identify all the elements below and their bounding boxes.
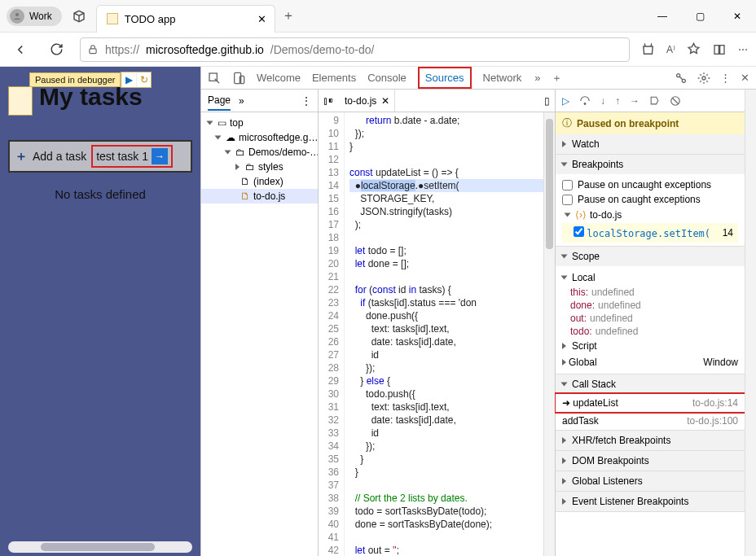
svg-rect-2 [714,45,719,54]
add-task-label: Add a task [33,150,86,163]
favorite-icon[interactable] [687,42,701,56]
resume-button[interactable]: ▷ [562,95,569,107]
minimize-button[interactable]: — [644,0,681,33]
pause-caught-checkbox[interactable]: Pause on caught exceptions [562,192,738,207]
code-area[interactable]: return b.date - a.date; });} const updat… [345,112,543,556]
deactivate-bp-icon[interactable] [649,95,660,106]
tab-welcome[interactable]: Welcome [257,72,301,84]
scope-var[interactable]: out: undefined [562,312,738,325]
editor-more-icon[interactable]: ▯ [544,95,550,107]
rendered-page: Paused in debugger ▶ ↻ My tasks ＋ Add a … [0,67,200,556]
url-input[interactable]: https://microsoftedge.github.io/Demos/de… [80,37,630,62]
more-tabs-icon[interactable]: » [534,72,540,84]
issues-icon[interactable] [675,72,688,85]
scope-var[interactable]: todo: undefined [562,325,738,338]
editor-file-tab[interactable]: to-do.js✕ [340,90,395,112]
back-button[interactable] [8,37,33,62]
submit-button[interactable]: → [152,148,168,164]
device-icon[interactable] [232,72,245,85]
shopping-icon[interactable] [641,42,655,56]
watch-section[interactable]: Watch [556,134,745,154]
scope-local[interactable]: Local [562,269,738,286]
settings-menu-icon[interactable]: ⋯ [738,44,748,55]
navigator-page-tab[interactable]: Page [208,94,231,111]
event-listener-bp-section[interactable]: Event Listener Breakpoints [556,492,745,511]
bp-file-row[interactable]: ⟨›⟩to-do.js [562,207,738,223]
resume-icon[interactable]: ▶ [121,72,136,87]
plus-icon: ＋ [15,148,28,165]
scope-var[interactable]: this: undefined [562,286,738,299]
global-listeners-section[interactable]: Global Listeners [556,471,745,491]
gear-icon[interactable] [697,72,710,85]
step-into-icon[interactable]: ↓ [600,95,605,107]
debugger-v-scrollbar[interactable] [745,90,756,556]
add-tab-icon[interactable]: ＋ [552,71,562,85]
line-gutter[interactable]: 9101112131415161718192021222324252627282… [319,112,345,556]
debugger-toolbar: ▷ ↓ ↑ → [556,90,745,112]
split-screen-icon[interactable] [712,43,727,56]
bp-item[interactable]: localStorage.setItem( 14 [562,223,738,243]
page-h-scrollbar[interactable] [8,541,192,553]
step-over-icon[interactable] [579,95,591,107]
tree-folder-demos[interactable]: 🗀 Demos/demo-… [201,145,318,160]
callstack-section[interactable]: Call Stack [556,374,745,394]
tree-host[interactable]: ☁ microsoftedge.g… [201,130,318,145]
dom-bp-section[interactable]: DOM Breakpoints [556,451,745,471]
inspect-icon[interactable] [208,72,221,85]
notes-icon [8,86,33,116]
breakpoints-section[interactable]: Breakpoints [556,155,745,174]
tab-title: TODO app [125,13,176,25]
step-out-icon[interactable]: ↑ [615,95,620,107]
close-window-button[interactable]: ✕ [719,0,756,33]
source-editor: ⫿◧ to-do.js✕ ▯ 9101112131415161718192021… [319,90,556,556]
address-bar: https://microsoftedge.github.io/Demos/de… [0,33,756,67]
add-task-form: ＋ Add a task test task 1 → [8,140,192,173]
url-host: microsoftedge.github.io [146,43,264,56]
empty-state: No tasks defined [8,187,192,201]
sources-navigator: Page » ⋮ ▭ top ☁ microsoftedge.g… 🗀 Demo… [201,90,319,556]
tree-folder-styles[interactable]: 🗀 styles [201,160,318,174]
kebab-icon[interactable]: ⋮ [720,72,731,84]
close-devtools-icon[interactable]: ✕ [741,72,749,84]
callstack-row[interactable]: ➜ updateListto-do.js:14 [554,392,746,414]
callstack-row[interactable]: addTaskto-do.js:100 [556,412,745,430]
tab-network[interactable]: Network [483,72,522,84]
svg-rect-1 [90,48,96,53]
scope-script[interactable]: Script [562,338,738,354]
tab-sources[interactable]: Sources [418,67,472,89]
pause-uncaught-checkbox[interactable]: Pause on uncaught exceptions [562,177,738,192]
xhr-section[interactable]: XHR/fetch Breakpoints [556,431,745,450]
close-tab-icon[interactable]: ✕ [257,13,266,25]
site-info-icon[interactable] [87,44,99,55]
refresh-button[interactable] [44,37,68,62]
editor-v-scrollbar[interactable] [543,112,555,556]
tree-top[interactable]: ▭ top [201,116,318,130]
workspaces-icon[interactable] [72,9,86,24]
browser-tab[interactable]: TODO app ✕ [96,5,275,33]
navigator-more-icon[interactable]: » [239,95,244,107]
maximize-button[interactable]: ▢ [681,0,719,33]
step-icon[interactable]: ↻ [136,72,151,87]
page-favicon [107,13,118,24]
paused-banner: ⓘ Paused on breakpoint [556,112,745,134]
tree-file-todo-js[interactable]: 🗋 to-do.js [201,189,318,204]
url-scheme: https:// [105,43,139,56]
paused-label: Paused in debugger [29,72,121,87]
navigator-menu-icon[interactable]: ⋮ [301,95,311,107]
tree-file-index[interactable]: 🗋 (index) [201,174,318,189]
scope-section[interactable]: Scope [556,247,745,266]
devtools-tabs: Welcome Elements Console Sources Network… [201,67,756,90]
step-icon[interactable]: → [630,95,640,107]
close-file-icon[interactable]: ✕ [381,95,389,107]
scope-var[interactable]: done: undefined [562,299,738,312]
profile-button[interactable]: Work [7,7,62,26]
task-input[interactable]: test task 1 [96,150,148,163]
editor-dock-icon[interactable]: ⫿◧ [323,95,333,107]
tab-elements[interactable]: Elements [312,72,356,84]
pause-exceptions-icon[interactable] [670,95,681,107]
scope-global[interactable]: GlobalWindow [562,354,738,370]
new-tab-button[interactable]: ＋ [282,7,295,24]
profile-label: Work [29,11,52,22]
tab-console[interactable]: Console [367,72,407,84]
read-aloud-icon[interactable]: A⁾ [666,44,675,55]
